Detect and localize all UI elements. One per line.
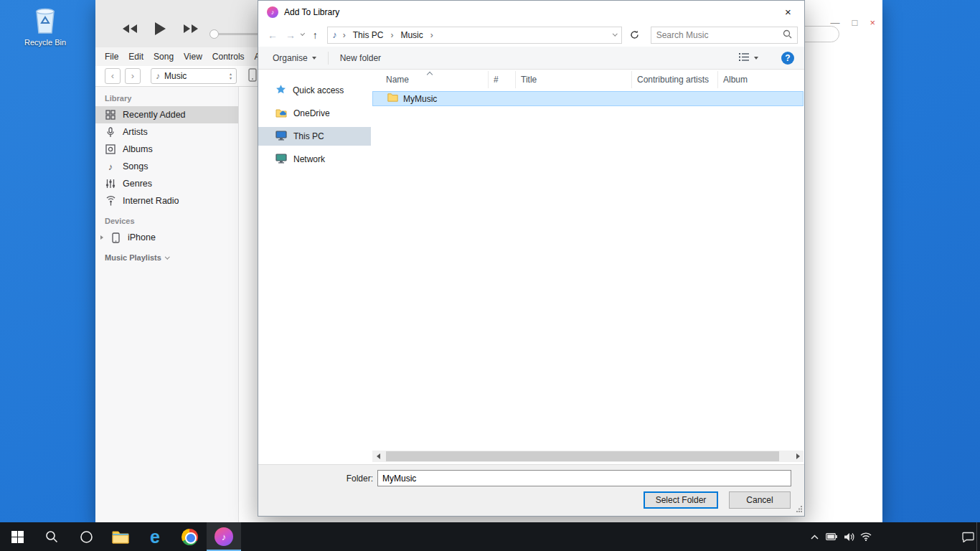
address-dropdown-icon[interactable] [613, 32, 617, 36]
expand-arrow-icon[interactable] [100, 235, 103, 240]
music-folder-icon: ♪ [332, 29, 337, 40]
search-input[interactable] [656, 30, 783, 40]
device-button[interactable] [248, 68, 257, 85]
edge-icon: e [150, 528, 160, 546]
edge-button[interactable]: e [138, 522, 172, 551]
taskbar-search-button[interactable] [34, 522, 69, 551]
horizontal-scrollbar[interactable] [372, 451, 804, 462]
volume-knob[interactable] [209, 29, 219, 39]
battery-icon[interactable] [823, 522, 840, 551]
volume-icon[interactable] [840, 522, 857, 551]
taskbar: e ♪ [0, 522, 980, 551]
music-note-icon: ♪ [156, 71, 160, 81]
sort-ascending-icon [427, 72, 433, 77]
album-icon [105, 144, 116, 154]
action-center-button[interactable] [959, 522, 976, 551]
play-button[interactable] [154, 22, 166, 39]
itunes-back-button[interactable]: ‹ [105, 68, 121, 84]
help-button[interactable]: ? [781, 52, 794, 65]
column-title[interactable]: Title [516, 71, 632, 88]
refresh-icon[interactable] [626, 27, 644, 44]
scroll-left-icon[interactable] [372, 451, 384, 462]
menu-file[interactable]: File [105, 52, 118, 62]
minimize-button[interactable]: — [831, 17, 840, 28]
column-number[interactable]: # [489, 71, 516, 88]
dialog-close-button[interactable]: × [772, 1, 804, 23]
start-button[interactable] [0, 522, 34, 551]
column-name[interactable]: Name [372, 71, 489, 88]
network-wifi-icon[interactable] [857, 522, 875, 551]
itunes-forward-button[interactable]: › [125, 68, 141, 84]
chevron-down-icon [165, 254, 169, 258]
back-icon[interactable]: ← [265, 29, 280, 41]
address-bar[interactable]: ♪ › This PC › Music › [327, 27, 622, 44]
sidebar-item-albums[interactable]: Albums [95, 141, 238, 158]
desktop: Recycle Bin File Edit Song [0, 0, 980, 551]
caret-down-icon [754, 57, 758, 60]
select-folder-button[interactable]: Select Folder [644, 491, 718, 509]
system-tray [806, 522, 980, 551]
menu-controls[interactable]: Controls [212, 52, 245, 62]
selector-spinner-icon: ▴▾ [230, 72, 232, 80]
search-box [651, 27, 798, 44]
show-desktop-button[interactable] [976, 522, 980, 551]
maximize-button[interactable]: □ [852, 17, 858, 28]
chrome-button[interactable] [172, 522, 207, 551]
folder-name-input[interactable] [377, 470, 791, 486]
sidebar-item-songs[interactable]: ♪ Songs [95, 158, 238, 175]
nav-item-onedrive[interactable]: OneDrive [258, 104, 371, 123]
search-icon[interactable] [783, 29, 792, 41]
nav-item-label: Quick access [293, 85, 344, 95]
media-type-selector[interactable]: ♪ Music ▴▾ [151, 68, 237, 84]
scrollbar-thumb[interactable] [386, 451, 779, 461]
sidebar-item-recently-added[interactable]: Recently Added [95, 106, 238, 123]
dialog-command-bar: Organise New folder ? [258, 47, 804, 70]
breadcrumb-separator: › [428, 30, 435, 40]
add-to-library-dialog: ♪ Add To Library × ← → ↑ ♪ › This PC › M… [258, 0, 805, 517]
menu-edit[interactable]: Edit [128, 52, 143, 62]
menu-view[interactable]: View [184, 52, 202, 62]
radio-broadcast-icon [105, 196, 116, 206]
quick-access-star-icon [275, 84, 286, 97]
breadcrumb-this-pc[interactable]: This PC [352, 30, 385, 40]
sidebar-item-label: Internet Radio [123, 196, 179, 206]
sidebar-item-label: Recently Added [123, 110, 186, 120]
rewind-button[interactable] [121, 24, 138, 37]
forward-icon[interactable]: → [283, 29, 298, 41]
change-view-button[interactable] [738, 52, 758, 64]
sidebar-item-genres[interactable]: Genres [95, 175, 238, 192]
scroll-right-icon[interactable] [792, 451, 804, 462]
nav-item-label: This PC [293, 131, 324, 141]
nav-item-quick-access[interactable]: Quick access [258, 81, 371, 100]
hidden-icons-chevron[interactable] [806, 522, 823, 551]
close-button[interactable]: × [870, 17, 875, 28]
sidebar-item-label: iPhone [128, 232, 156, 242]
column-contributing-artists[interactable]: Contributing artists [632, 71, 718, 88]
file-explorer-button[interactable] [103, 522, 138, 551]
file-row-mymusic[interactable]: MyMusic [372, 91, 804, 106]
breadcrumb-music[interactable]: Music [399, 30, 424, 40]
nav-item-this-pc[interactable]: This PC [258, 127, 371, 146]
history-dropdown-icon[interactable] [301, 32, 305, 36]
itunes-taskbar-button[interactable]: ♪ [207, 522, 241, 551]
recycle-bin-shortcut[interactable]: Recycle Bin [20, 4, 70, 47]
column-album[interactable]: Album [718, 71, 804, 88]
music-playlists-header[interactable]: Music Playlists [105, 253, 238, 262]
resize-grip[interactable] [796, 504, 803, 514]
breadcrumb-separator: › [341, 30, 348, 40]
fast-forward-button[interactable] [182, 24, 199, 37]
up-icon[interactable]: ↑ [308, 29, 322, 41]
sidebar-item-artists[interactable]: Artists [95, 123, 238, 141]
nav-item-network[interactable]: Network [258, 150, 371, 169]
sidebar-item-internet-radio[interactable]: Internet Radio [95, 192, 238, 209]
organise-button[interactable]: Organise [273, 53, 316, 63]
sidebar-item-iphone[interactable]: iPhone [95, 229, 238, 246]
recycle-bin-label: Recycle Bin [20, 38, 70, 47]
dialog-titlebar[interactable]: ♪ Add To Library × [258, 1, 804, 23]
cancel-button[interactable]: Cancel [729, 491, 791, 509]
itunes-window-controls: — □ × [831, 17, 875, 28]
menu-song[interactable]: Song [154, 52, 174, 62]
navigation-pane: Quick access OneDrive This PC [258, 70, 371, 464]
new-folder-button[interactable]: New folder [340, 53, 381, 63]
cortana-button[interactable] [69, 522, 103, 551]
